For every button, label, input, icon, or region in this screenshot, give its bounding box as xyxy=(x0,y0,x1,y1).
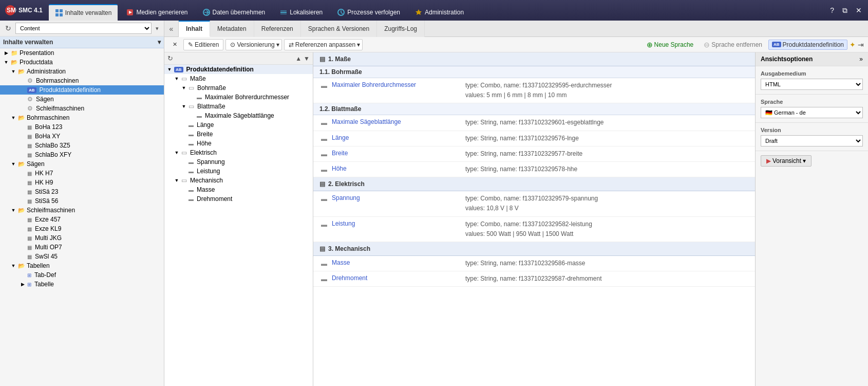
row-name-laenge[interactable]: Länge xyxy=(332,134,465,141)
sidebar-section-toggle[interactable]: ▾ xyxy=(158,39,161,46)
sidebar-section-inhalte[interactable]: Inhalte verwalten ▾ xyxy=(0,36,164,48)
tree-panel-drehmoment[interactable]: ▬ Drehmoment xyxy=(164,194,313,204)
sidebar-filter-select[interactable]: Content xyxy=(15,23,152,34)
tree-refresh-button[interactable]: ↻ xyxy=(167,54,173,62)
tab-daten[interactable]: Daten übernehmen xyxy=(196,4,272,21)
tree-toggle-tabelle[interactable]: ▶ xyxy=(20,282,26,287)
neue-sprache-button[interactable]: ⊕ Neue Sprache xyxy=(643,40,698,50)
version-select[interactable]: Draft Released xyxy=(761,135,863,146)
tree-panel-maxsaege[interactable]: ▬ Maximale Sägeblattlänge xyxy=(164,111,313,120)
voransicht-button[interactable]: ▶ Voransicht ▾ xyxy=(761,155,812,167)
row-name-maxsaege[interactable]: Maximale Sägeblattlänge xyxy=(332,118,465,125)
collapse-button[interactable]: « xyxy=(164,21,179,37)
tree-down-button[interactable]: ▼ xyxy=(304,55,310,62)
tree-item-schlabo3z5[interactable]: ▦ SchlaBo 3Z5 xyxy=(0,141,164,150)
tree-item-produktdatendef[interactable]: AB Produktdatendefinition xyxy=(0,85,164,95)
tree-panel-bohrmasse[interactable]: ▼ ▭ Bohrmaße xyxy=(164,83,313,93)
row-name-spannung[interactable]: Spannung xyxy=(332,194,465,201)
tree-panel-maxbohr[interactable]: ▬ Maximaler Bohrerdurchmesser xyxy=(164,93,313,102)
tree-panel-leistung[interactable]: ▬ Leistung xyxy=(164,167,313,176)
tree-toggle-bohrmasse[interactable]: ▼ xyxy=(181,85,187,90)
row-name-masse[interactable]: Masse xyxy=(332,259,465,266)
tree-item-schleif-folder[interactable]: ▼ 📂 Schleifmaschinen xyxy=(0,206,164,215)
tree-item-exzekl9[interactable]: ▦ Exze KL9 xyxy=(0,224,164,233)
toolbar-star-button[interactable]: ✦ xyxy=(850,41,856,49)
tab-zugriff[interactable]: Zugriffs-Log xyxy=(377,21,425,37)
tree-toggle-presentation[interactable]: ▶ xyxy=(3,50,9,56)
tree-item-saegen-admin[interactable]: ⚙ Sägen xyxy=(0,95,164,104)
tab-sprachen[interactable]: Sprachen & Versionen xyxy=(301,21,377,37)
sidebar-filter-dropdown[interactable]: ▾ xyxy=(154,24,161,33)
tree-toggle-saegen[interactable]: ▼ xyxy=(10,161,16,167)
tree-item-saegen-folder[interactable]: ▼ 📂 Sägen xyxy=(0,159,164,169)
tab-inhalt[interactable]: Inhalt xyxy=(179,21,210,37)
tree-toggle-blattmasse[interactable]: ▼ xyxy=(181,104,187,109)
tree-panel-masse[interactable]: ▬ Masse xyxy=(164,185,313,194)
ref-button[interactable]: ⇄ Referenzen anpassen ▾ xyxy=(284,39,363,50)
subsection-blattmasse[interactable]: 1.2. Blattmaße xyxy=(313,103,755,115)
tree-item-bohxy[interactable]: ▦ BoHa XY xyxy=(0,132,164,141)
tab-prozesse[interactable]: Prozesse verfolgen xyxy=(331,4,406,21)
tab-inhalte-verwalten[interactable]: Inhalte verwalten xyxy=(49,4,118,21)
toolbar-expand-button[interactable]: ⇥ xyxy=(858,41,864,49)
tree-panel-mech[interactable]: ▼ ▭ Mechanisch xyxy=(164,176,313,185)
tree-item-tabelle[interactable]: ▶ ⊞ Tabelle xyxy=(0,280,164,289)
tree-panel-laenge[interactable]: ▬ Länge xyxy=(164,120,313,130)
tree-up-button[interactable]: ▲ xyxy=(295,55,301,62)
subsection-bohrmasse[interactable]: 1.1. Bohrmaße xyxy=(313,66,755,78)
row-name-hoehe[interactable]: Höhe xyxy=(332,164,465,172)
tree-panel-breite[interactable]: ▬ Breite xyxy=(164,130,313,139)
tree-item-schlabxfy[interactable]: ▦ SchlaBo XFY xyxy=(0,150,164,159)
tree-toggle-productdata[interactable]: ▼ xyxy=(3,60,9,65)
tree-item-stisa56[interactable]: ▦ StiSä 56 xyxy=(0,196,164,206)
tree-toggle-schleif[interactable]: ▼ xyxy=(10,208,16,213)
tree-item-bohrmaschinen-folder[interactable]: ▼ 📂 Bohrmaschinen xyxy=(0,113,164,122)
tree-item-exze457[interactable]: ▦ Exze 457 xyxy=(0,215,164,224)
tree-item-hkh7[interactable]: ▦ HK H7 xyxy=(0,169,164,178)
tree-toggle-mech[interactable]: ▼ xyxy=(174,178,180,183)
tab-lok[interactable]: Lokalisieren xyxy=(273,4,329,21)
tree-panel-masze[interactable]: ▼ ▭ Maße xyxy=(164,74,313,83)
tree-item-tabellen-folder[interactable]: ▼ 📂 Tabellen xyxy=(0,261,164,270)
section-elek[interactable]: ▤ 2. Elektrisch xyxy=(313,177,755,191)
right-panel-collapse-button[interactable]: » xyxy=(859,56,863,63)
tab-medien[interactable]: Medien generieren xyxy=(120,4,194,21)
tab-admin[interactable]: Administration xyxy=(408,4,470,21)
tree-item-multiop7[interactable]: ▦ Multi OP7 xyxy=(0,243,164,252)
tree-item-tabdef[interactable]: ⊞ Tab-Def xyxy=(0,270,164,280)
window-button[interactable]: ⧉ xyxy=(840,4,850,17)
tab-referenzen[interactable]: Referenzen xyxy=(254,21,301,37)
section-masze[interactable]: ▤ 1. Maße xyxy=(313,52,755,66)
row-name-leistung[interactable]: Leistung xyxy=(332,219,465,227)
tree-toggle-root[interactable]: ▼ xyxy=(166,67,173,72)
tree-item-hkh9[interactable]: ▦ HK H9 xyxy=(0,178,164,187)
tree-item-boha123[interactable]: ▦ BoHa 123 xyxy=(0,122,164,132)
section-mech[interactable]: ▤ 3. Mechanisch xyxy=(313,242,755,256)
tab-metadaten[interactable]: Metadaten xyxy=(210,21,254,37)
tree-panel-elek[interactable]: ▼ ▭ Elektrisch xyxy=(164,148,313,157)
tree-item-multijkg[interactable]: ▦ Multi JKG xyxy=(0,233,164,243)
close-doc-button[interactable]: ✕ xyxy=(168,39,181,50)
tree-item-stisa23[interactable]: ▦ StiSä 23 xyxy=(0,187,164,196)
tree-item-productdata[interactable]: ▼ 📂 Productdata xyxy=(0,58,164,67)
tree-toggle-bohrmaschinen[interactable]: ▼ xyxy=(10,115,16,120)
tree-item-schleif-admin[interactable]: ⚙ Schleifmaschinen xyxy=(0,104,164,113)
sidebar-refresh-button[interactable]: ↻ xyxy=(3,23,13,33)
tree-item-bohrmaschinen-admin[interactable]: ⚙ Bohrmaschinen xyxy=(0,76,164,85)
tree-panel-blattmasse[interactable]: ▼ ▭ Blattmaße xyxy=(164,102,313,111)
row-name-drehmoment[interactable]: Drehmoment xyxy=(332,274,465,282)
close-button[interactable]: ✕ xyxy=(854,4,864,16)
tree-panel-spannung[interactable]: ▬ Spannung xyxy=(164,157,313,167)
ausgabemedium-select[interactable]: HTML PDF XML xyxy=(761,79,863,90)
tree-item-administration[interactable]: ▼ 📂 Administration xyxy=(0,67,164,76)
tree-toggle-administration[interactable]: ▼ xyxy=(10,69,16,74)
tree-toggle-elek[interactable]: ▼ xyxy=(174,150,180,155)
row-name-breite[interactable]: Breite xyxy=(332,149,465,157)
row-name-maxbohr[interactable]: Maximaler Bohrerdurchmesser xyxy=(332,81,465,88)
tree-panel-hoehe[interactable]: ▬ Höhe xyxy=(164,139,313,148)
tree-toggle-tabellen[interactable]: ▼ xyxy=(10,263,16,268)
sprache-entfernen-button[interactable]: ⊖ Sprache entfernen xyxy=(700,40,766,50)
tree-toggle-masze[interactable]: ▼ xyxy=(174,76,180,81)
sprache-select[interactable]: 🇩🇪 German - de English - en xyxy=(761,107,863,118)
tree-item-presentation[interactable]: ▶ 📁 Presentation xyxy=(0,48,164,58)
